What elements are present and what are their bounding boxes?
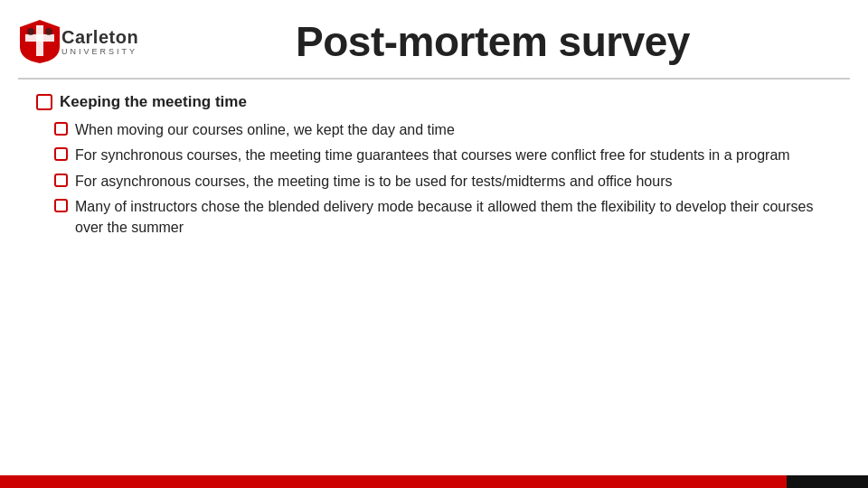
content-area: Keeping the meeting time When moving our… bbox=[0, 92, 868, 488]
sub-bullet-4: Many of instructors chose the blended de… bbox=[36, 197, 841, 238]
main-bullet-item: Keeping the meeting time bbox=[36, 92, 841, 113]
sub-bullet-icon-4 bbox=[54, 199, 68, 212]
sub-bullet-icon-1 bbox=[54, 122, 68, 136]
svg-rect-1 bbox=[25, 34, 54, 42]
slide-title: Post-mortem survey bbox=[163, 19, 823, 65]
sub-bullet-text-1: When moving our courses online, we kept … bbox=[75, 120, 455, 140]
bottom-bar-black bbox=[787, 475, 868, 488]
sub-bullet-3: For asynchronous courses, the meeting ti… bbox=[36, 172, 841, 192]
main-bullet-icon bbox=[36, 94, 52, 110]
divider bbox=[18, 78, 850, 80]
logo-area: Carleton UNIVERSITY bbox=[18, 18, 163, 65]
logo-subtitle: UNIVERSITY bbox=[61, 47, 138, 56]
sub-bullet-1: When moving our courses online, we kept … bbox=[36, 120, 841, 140]
slide: Carleton UNIVERSITY Post-mortem survey K… bbox=[0, 0, 868, 488]
svg-point-2 bbox=[27, 28, 34, 35]
carleton-logo-icon bbox=[18, 18, 61, 65]
bottom-bar bbox=[0, 475, 868, 488]
sub-bullet-icon-3 bbox=[54, 174, 68, 187]
svg-point-3 bbox=[45, 28, 52, 35]
sub-bullet-2: For synchronous courses, the meeting tim… bbox=[36, 145, 841, 165]
logo-name: Carleton bbox=[61, 27, 138, 47]
sub-bullet-text-2: For synchronous courses, the meeting tim… bbox=[75, 145, 790, 165]
sub-bullet-text-3: For asynchronous courses, the meeting ti… bbox=[75, 172, 672, 192]
header: Carleton UNIVERSITY Post-mortem survey bbox=[0, 0, 868, 72]
main-bullet-text: Keeping the meeting time bbox=[60, 92, 247, 113]
sub-bullet-icon-2 bbox=[54, 147, 68, 161]
slide-title-area: Post-mortem survey bbox=[163, 19, 841, 65]
sub-bullet-text-4: Many of instructors chose the blended de… bbox=[75, 197, 841, 238]
bottom-bar-red bbox=[0, 475, 787, 488]
logo-text: Carleton UNIVERSITY bbox=[61, 27, 138, 56]
